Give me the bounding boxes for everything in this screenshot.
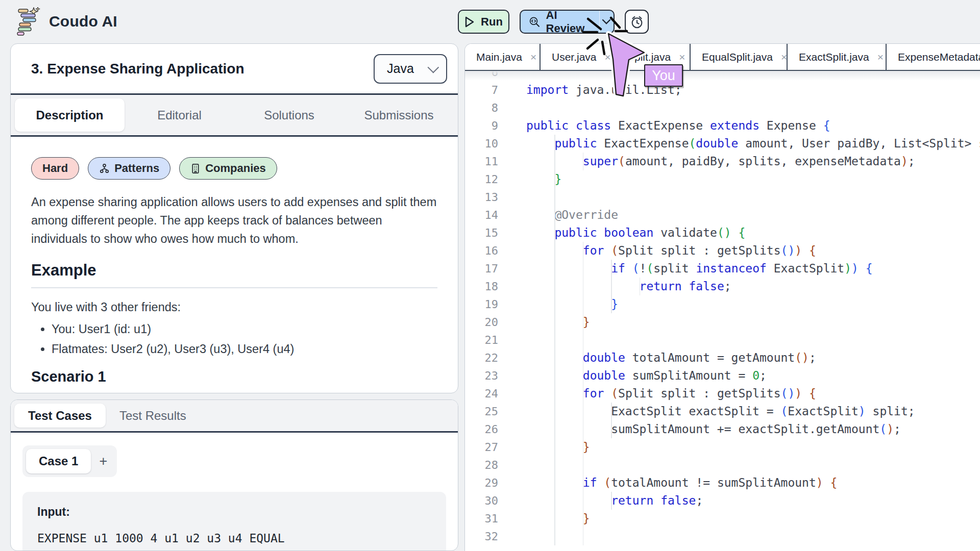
- indent-guide: [583, 153, 584, 170]
- close-tab-icon[interactable]: ×: [679, 52, 685, 62]
- editor-tab-label: Split.java: [627, 51, 671, 63]
- indent-guide: [583, 367, 584, 385]
- ai-review-main[interactable]: AI Review: [521, 11, 599, 33]
- add-case-button[interactable]: +: [93, 449, 113, 473]
- close-tab-icon[interactable]: ×: [877, 52, 884, 62]
- code-line-25: 25 ExactSplit exactSplit = (ExactSplit) …: [465, 403, 980, 420]
- editor-tab-exactsplit-java[interactable]: ExactSplit.java×: [788, 44, 887, 70]
- indent-guide: [583, 492, 584, 510]
- editor-tab-bar: Main.java×User.java×Split.java×EqualSpli…: [465, 44, 980, 71]
- tab-submissions[interactable]: Submissions: [344, 98, 454, 132]
- code-text: public ExactExpense(double amount, User …: [512, 135, 980, 153]
- indent-guide: [554, 188, 555, 206]
- problem-panel: 3. Expense Sharing Application Java Desc…: [10, 43, 458, 393]
- indent-guide: [611, 403, 612, 420]
- indent-guide: [583, 403, 584, 420]
- editor-tab-expensemetadata-java[interactable]: ExpenseMetadata.java×: [887, 44, 980, 70]
- line-number: 20: [465, 313, 512, 331]
- line-number: 15: [465, 224, 512, 242]
- code-line-16: 16 for (Split split : getSplits()) {: [465, 242, 980, 260]
- code-text: return false;: [512, 492, 703, 510]
- code-text: public class ExactExpense extends Expens…: [512, 117, 830, 135]
- code-text: sumSplitAmount += exactSplit.getAmount()…: [512, 420, 901, 438]
- code-text: return false;: [512, 278, 731, 295]
- indent-guide: [554, 295, 555, 313]
- code-line-17: 17 if (!(split instanceof ExactSplit)) {: [465, 260, 980, 278]
- code-line-11: 11 super(amount, paidBy, splits, expense…: [465, 153, 980, 170]
- indent-guide: [583, 278, 584, 295]
- code-text: for (Split split : getSplits()) {: [512, 385, 816, 403]
- code-area[interactable]: 67import java.util.List;89public class E…: [465, 63, 980, 545]
- code-text: double totalAmount = getAmount();: [512, 349, 816, 367]
- editor-tab-main-java[interactable]: Main.java×: [465, 44, 541, 70]
- indent-guide: [554, 528, 555, 545]
- indent-guide: [554, 438, 555, 456]
- close-tab-icon[interactable]: ×: [530, 52, 536, 62]
- language-value: Java: [387, 61, 414, 76]
- code-line-18: 18 return false;: [465, 278, 980, 295]
- input-value[interactable]: EXPENSE u1 1000 4 u1 u2 u3 u4 EQUAL: [37, 532, 431, 545]
- case-1-chip[interactable]: Case 1: [26, 449, 91, 473]
- line-number: 32: [465, 528, 512, 545]
- tag-label: Patterns: [114, 162, 159, 175]
- line-number: 19: [465, 295, 512, 313]
- app-header: Coudo AI Run AI Review: [0, 0, 980, 43]
- line-number: 27: [465, 438, 512, 456]
- brand: Coudo AI: [15, 7, 117, 36]
- timer-button[interactable]: [625, 10, 649, 34]
- ai-review-dropdown[interactable]: [599, 11, 614, 33]
- language-select[interactable]: Java: [374, 54, 447, 84]
- code-line-15: 15 public boolean validate() {: [465, 224, 980, 242]
- code-text: super(amount, paidBy, splits, expenseMet…: [512, 153, 915, 170]
- ai-review-button[interactable]: AI Review: [520, 10, 615, 34]
- tag-hard[interactable]: Hard: [31, 157, 79, 180]
- input-label: Input:: [37, 505, 431, 519]
- tag-companies[interactable]: Companies: [179, 157, 277, 180]
- problem-description: An expense sharing application allows us…: [31, 193, 437, 248]
- editor-tab-split-java[interactable]: Split.java×: [616, 44, 691, 70]
- tab-description[interactable]: Description: [15, 98, 125, 132]
- indent-guide: [554, 349, 555, 367]
- line-number: 8: [465, 99, 512, 117]
- close-tab-icon[interactable]: ×: [781, 52, 787, 62]
- indent-guide: [611, 420, 612, 438]
- indent-guide: [583, 438, 584, 456]
- tab-test-results[interactable]: Test Results: [106, 404, 200, 428]
- line-number: 28: [465, 456, 512, 474]
- code-text: double sumSplitAmount = 0;: [512, 367, 767, 385]
- code-line-10: 10 public ExactExpense(double amount, Us…: [465, 135, 980, 153]
- play-icon: [464, 16, 475, 28]
- line-number: 31: [465, 510, 512, 528]
- problem-title-row: 3. Expense Sharing Application Java: [11, 44, 458, 93]
- indent-guide: [640, 278, 641, 295]
- tab-editorial[interactable]: Editorial: [125, 98, 234, 132]
- editor-tab-user-java[interactable]: User.java×: [541, 44, 616, 70]
- example-bullet: Flatmates: User2 (u2), User3 (u3), User4…: [52, 342, 437, 356]
- line-number: 24: [465, 385, 512, 403]
- code-line-12: 12 }: [465, 170, 980, 188]
- divider: [31, 287, 437, 288]
- line-number: 10: [465, 135, 512, 153]
- editor-tab-equalsplit-java[interactable]: EqualSplit.java×: [691, 44, 788, 70]
- code-line-29: 29 if (totalAmount != sumSplitAmount) {: [465, 474, 980, 492]
- code-line-20: 20 }: [465, 313, 980, 331]
- indent-guide: [583, 528, 584, 545]
- tab-solutions[interactable]: Solutions: [234, 98, 344, 132]
- tab-test-cases[interactable]: Test Cases: [14, 404, 106, 428]
- indent-guide: [611, 295, 612, 313]
- tag-patterns[interactable]: Patterns: [88, 157, 170, 180]
- line-number: 17: [465, 260, 512, 278]
- close-tab-icon[interactable]: ×: [605, 52, 611, 62]
- editor-tab-label: EqualSplit.java: [702, 51, 773, 63]
- indent-guide: [554, 260, 555, 278]
- brand-name: Coudo AI: [49, 13, 117, 30]
- indent-guide: [583, 420, 584, 438]
- run-button[interactable]: Run: [458, 10, 509, 34]
- line-number: 13: [465, 188, 512, 206]
- code-line-26: 26 sumSplitAmount += exactSplit.getAmoun…: [465, 420, 980, 438]
- indent-guide: [554, 510, 555, 528]
- alarm-clock-icon: [630, 15, 644, 29]
- line-number: 16: [465, 242, 512, 260]
- coudo-logo-icon: [15, 7, 42, 36]
- example-intro: You live with 3 other friends:: [31, 300, 437, 314]
